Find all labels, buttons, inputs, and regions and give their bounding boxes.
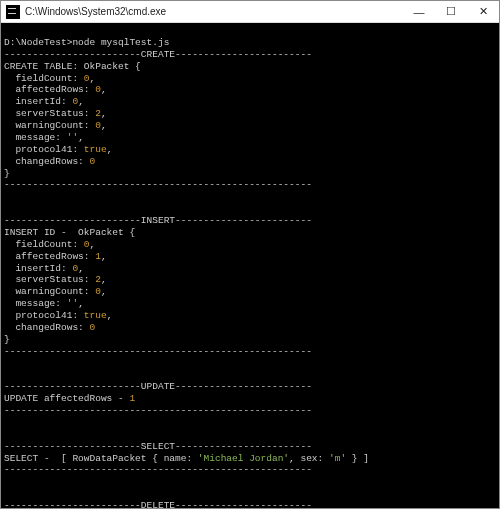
field: affectedRows: 0,: [4, 84, 107, 95]
field: affectedRows: 1,: [4, 251, 107, 262]
window-title: C:\Windows\System32\cmd.exe: [25, 6, 403, 17]
separator: ------------------------SELECT----------…: [4, 441, 312, 452]
field: insertId: 0,: [4, 263, 84, 274]
field: changedRows: 0: [4, 156, 95, 167]
separator: ----------------------------------------…: [4, 346, 312, 357]
separator: ----------------------------------------…: [4, 464, 312, 475]
select-line: SELECT - [ RowDataPacket { name: 'Michae…: [4, 453, 369, 464]
prompt-line: D:\NodeTest>node mysqlTest.js: [4, 37, 169, 48]
brace: }: [4, 334, 10, 345]
insert-header: INSERT ID - OkPacket {: [4, 227, 135, 238]
field: message: '',: [4, 298, 84, 309]
field: insertId: 0,: [4, 96, 84, 107]
separator: ----------------------------------------…: [4, 179, 312, 190]
update-line: UPDATE affectedRows - 1: [4, 393, 135, 404]
separator: ------------------------INSERT----------…: [4, 215, 312, 226]
brace: }: [4, 168, 10, 179]
field: protocol41: true,: [4, 310, 112, 321]
field: serverStatus: 2,: [4, 108, 107, 119]
cmd-icon: [6, 5, 20, 19]
field: fieldCount: 0,: [4, 239, 95, 250]
maximize-button[interactable]: ☐: [435, 1, 467, 22]
field: serverStatus: 2,: [4, 274, 107, 285]
separator: ------------------------UPDATE----------…: [4, 381, 312, 392]
separator: ------------------------CREATE----------…: [4, 49, 312, 60]
separator: ------------------------DELETE----------…: [4, 500, 312, 508]
window-titlebar: C:\Windows\System32\cmd.exe — ☐ ✕: [1, 1, 499, 23]
separator: ----------------------------------------…: [4, 405, 312, 416]
field: message: '',: [4, 132, 84, 143]
close-button[interactable]: ✕: [467, 1, 499, 22]
field: warningCount: 0,: [4, 120, 107, 131]
terminal-output[interactable]: D:\NodeTest>node mysqlTest.js ----------…: [1, 23, 499, 508]
field: changedRows: 0: [4, 322, 95, 333]
window-controls: — ☐ ✕: [403, 1, 499, 22]
field: warningCount: 0,: [4, 286, 107, 297]
field: fieldCount: 0,: [4, 73, 95, 84]
minimize-button[interactable]: —: [403, 1, 435, 22]
field: protocol41: true,: [4, 144, 112, 155]
create-header: CREATE TABLE: OkPacket {: [4, 61, 141, 72]
